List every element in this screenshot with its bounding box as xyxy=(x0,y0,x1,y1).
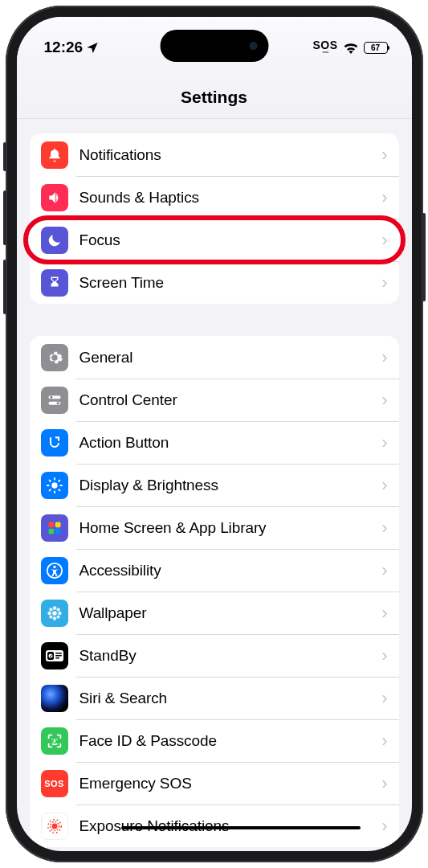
row-controlcenter[interactable]: Control Center › xyxy=(30,379,399,421)
svg-line-10 xyxy=(59,489,59,490)
row-label: Screen Time xyxy=(79,274,382,292)
svg-point-36 xyxy=(52,824,57,829)
svg-point-2 xyxy=(50,395,52,398)
screenshot-edge-line xyxy=(121,826,361,829)
row-label: General xyxy=(79,349,382,366)
location-icon xyxy=(86,41,99,54)
svg-point-18 xyxy=(53,565,55,567)
row-label: Wallpaper xyxy=(79,604,382,622)
svg-point-3 xyxy=(56,402,59,404)
page-title: Settings xyxy=(17,65,412,119)
row-label: Face ID & Passcode xyxy=(79,732,382,750)
chevron-right-icon: › xyxy=(381,560,387,581)
row-label: Accessibility xyxy=(79,562,382,579)
svg-point-20 xyxy=(52,606,56,610)
faceid-icon xyxy=(41,727,68,755)
chevron-right-icon: › xyxy=(381,475,387,496)
row-focus[interactable]: Focus › xyxy=(30,219,399,261)
svg-rect-14 xyxy=(55,522,60,527)
row-actionbutton[interactable]: Action Button › xyxy=(30,421,399,464)
chevron-right-icon: › xyxy=(381,347,387,368)
hourglass-icon xyxy=(41,269,68,297)
svg-point-27 xyxy=(56,615,59,618)
chevron-right-icon: › xyxy=(381,145,387,166)
svg-point-23 xyxy=(58,611,62,615)
row-label: Sounds & Haptics xyxy=(79,189,382,207)
accessibility-icon xyxy=(41,557,68,584)
svg-rect-32 xyxy=(55,655,62,657)
phone-frame: 12:26 SOS •••• 67 Settings xyxy=(6,6,423,862)
chevron-right-icon: › xyxy=(381,272,387,293)
chevron-right-icon: › xyxy=(381,432,387,453)
standby-icon xyxy=(41,642,68,669)
chevron-right-icon: › xyxy=(381,230,387,251)
sun-icon xyxy=(41,472,68,499)
sos-icon: SOS xyxy=(41,770,68,797)
row-sounds[interactable]: Sounds & Haptics › xyxy=(30,176,399,219)
row-standby[interactable]: StandBy › xyxy=(30,634,399,677)
row-label: Action Button xyxy=(79,434,382,452)
row-screentime[interactable]: Screen Time › xyxy=(30,261,399,304)
row-homescreen[interactable]: Home Screen & App Library › xyxy=(30,506,399,549)
chevron-right-icon: › xyxy=(381,688,387,709)
svg-point-19 xyxy=(52,611,57,616)
svg-point-4 xyxy=(51,482,57,488)
status-time: 12:26 xyxy=(44,39,84,56)
svg-point-26 xyxy=(49,615,52,618)
row-label: Siri & Search xyxy=(79,690,382,707)
svg-line-9 xyxy=(49,480,50,481)
chevron-right-icon: › xyxy=(381,518,387,538)
row-label: Display & Brightness xyxy=(79,477,382,494)
svg-rect-16 xyxy=(55,528,60,534)
chevron-right-icon: › xyxy=(381,187,387,208)
row-label: Focus xyxy=(79,231,382,249)
siri-icon xyxy=(41,685,68,712)
row-faceid[interactable]: Face ID & Passcode › xyxy=(30,719,399,762)
settings-section: General › Control Center › Action Button… xyxy=(30,336,399,847)
action-icon xyxy=(41,429,68,457)
svg-point-22 xyxy=(47,611,51,615)
row-emergency[interactable]: SOS Emergency SOS › xyxy=(30,762,399,805)
row-notifications[interactable]: Notifications › xyxy=(30,133,399,176)
chevron-right-icon: › xyxy=(381,603,387,624)
row-label: Emergency SOS xyxy=(79,775,382,792)
row-label: Home Screen & App Library xyxy=(79,519,382,537)
svg-rect-13 xyxy=(48,522,54,527)
grid-icon xyxy=(41,514,68,542)
battery-icon: 67 xyxy=(364,42,388,54)
chevron-right-icon: › xyxy=(381,773,387,794)
row-label: Control Center xyxy=(79,391,382,409)
settings-section: Notifications › Sounds & Haptics › Focus xyxy=(30,133,399,304)
switches-icon xyxy=(41,387,68,414)
svg-point-30 xyxy=(48,653,52,657)
row-accessibility[interactable]: Accessibility › xyxy=(30,549,399,592)
row-label: Notifications xyxy=(79,146,382,164)
screen: 12:26 SOS •••• 67 Settings xyxy=(17,17,412,851)
exposure-icon xyxy=(41,813,68,840)
svg-line-12 xyxy=(59,480,59,481)
speaker-icon xyxy=(41,184,68,211)
row-display[interactable]: Display & Brightness › xyxy=(30,464,399,506)
moon-icon xyxy=(41,227,68,254)
row-label: StandBy xyxy=(79,647,382,665)
svg-rect-31 xyxy=(55,653,62,654)
svg-rect-15 xyxy=(48,528,54,534)
row-general[interactable]: General › xyxy=(30,336,399,379)
svg-line-11 xyxy=(49,489,50,490)
svg-point-24 xyxy=(49,608,52,611)
chevron-right-icon: › xyxy=(381,816,387,837)
dynamic-island xyxy=(160,30,268,62)
svg-point-25 xyxy=(56,608,59,611)
chevron-right-icon: › xyxy=(381,731,387,751)
gear-icon xyxy=(41,344,68,371)
svg-point-21 xyxy=(52,616,56,620)
svg-rect-33 xyxy=(55,657,59,659)
row-wallpaper[interactable]: Wallpaper › xyxy=(30,592,399,634)
chevron-right-icon: › xyxy=(381,645,387,666)
flower-icon xyxy=(41,600,68,627)
chevron-right-icon: › xyxy=(381,390,387,411)
settings-list[interactable]: Notifications › Sounds & Haptics › Focus xyxy=(17,133,412,847)
row-siri[interactable]: Siri & Search › xyxy=(30,677,399,719)
wifi-icon xyxy=(343,42,359,54)
bell-icon xyxy=(41,141,68,169)
